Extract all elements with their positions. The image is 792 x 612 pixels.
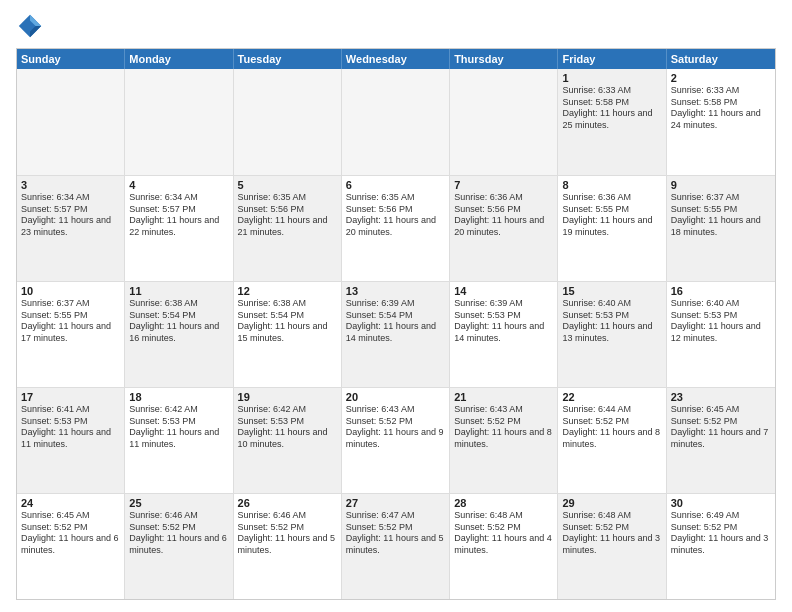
day-number: 10 — [21, 285, 120, 297]
cell-text: Sunrise: 6:34 AM Sunset: 5:57 PM Dayligh… — [129, 192, 228, 239]
cell-text: Sunrise: 6:35 AM Sunset: 5:56 PM Dayligh… — [238, 192, 337, 239]
calendar-cell: 7Sunrise: 6:36 AM Sunset: 5:56 PM Daylig… — [450, 176, 558, 281]
day-number: 13 — [346, 285, 445, 297]
calendar-cell: 18Sunrise: 6:42 AM Sunset: 5:53 PM Dayli… — [125, 388, 233, 493]
calendar-cell: 28Sunrise: 6:48 AM Sunset: 5:52 PM Dayli… — [450, 494, 558, 599]
calendar-cell: 4Sunrise: 6:34 AM Sunset: 5:57 PM Daylig… — [125, 176, 233, 281]
calendar-header-cell: Monday — [125, 49, 233, 69]
day-number: 1 — [562, 72, 661, 84]
cell-text: Sunrise: 6:46 AM Sunset: 5:52 PM Dayligh… — [238, 510, 337, 557]
cell-text: Sunrise: 6:40 AM Sunset: 5:53 PM Dayligh… — [671, 298, 771, 345]
cell-text: Sunrise: 6:48 AM Sunset: 5:52 PM Dayligh… — [454, 510, 553, 557]
day-number: 23 — [671, 391, 771, 403]
calendar-row: 3Sunrise: 6:34 AM Sunset: 5:57 PM Daylig… — [17, 175, 775, 281]
cell-text: Sunrise: 6:45 AM Sunset: 5:52 PM Dayligh… — [671, 404, 771, 451]
calendar-cell: 12Sunrise: 6:38 AM Sunset: 5:54 PM Dayli… — [234, 282, 342, 387]
calendar-cell: 8Sunrise: 6:36 AM Sunset: 5:55 PM Daylig… — [558, 176, 666, 281]
calendar-cell: 10Sunrise: 6:37 AM Sunset: 5:55 PM Dayli… — [17, 282, 125, 387]
calendar-cell: 20Sunrise: 6:43 AM Sunset: 5:52 PM Dayli… — [342, 388, 450, 493]
calendar-cell: 2Sunrise: 6:33 AM Sunset: 5:58 PM Daylig… — [667, 69, 775, 175]
cell-text: Sunrise: 6:37 AM Sunset: 5:55 PM Dayligh… — [21, 298, 120, 345]
cell-text: Sunrise: 6:36 AM Sunset: 5:56 PM Dayligh… — [454, 192, 553, 239]
calendar-cell: 15Sunrise: 6:40 AM Sunset: 5:53 PM Dayli… — [558, 282, 666, 387]
cell-text: Sunrise: 6:44 AM Sunset: 5:52 PM Dayligh… — [562, 404, 661, 451]
day-number: 25 — [129, 497, 228, 509]
logo-icon — [16, 12, 44, 40]
cell-text: Sunrise: 6:41 AM Sunset: 5:53 PM Dayligh… — [21, 404, 120, 451]
calendar-cell: 24Sunrise: 6:45 AM Sunset: 5:52 PM Dayli… — [17, 494, 125, 599]
cell-text: Sunrise: 6:34 AM Sunset: 5:57 PM Dayligh… — [21, 192, 120, 239]
day-number: 16 — [671, 285, 771, 297]
day-number: 17 — [21, 391, 120, 403]
day-number: 3 — [21, 179, 120, 191]
calendar-cell: 27Sunrise: 6:47 AM Sunset: 5:52 PM Dayli… — [342, 494, 450, 599]
cell-text: Sunrise: 6:47 AM Sunset: 5:52 PM Dayligh… — [346, 510, 445, 557]
calendar-cell: 23Sunrise: 6:45 AM Sunset: 5:52 PM Dayli… — [667, 388, 775, 493]
cell-text: Sunrise: 6:39 AM Sunset: 5:54 PM Dayligh… — [346, 298, 445, 345]
cell-text: Sunrise: 6:49 AM Sunset: 5:52 PM Dayligh… — [671, 510, 771, 557]
calendar-cell: 19Sunrise: 6:42 AM Sunset: 5:53 PM Dayli… — [234, 388, 342, 493]
cell-text: Sunrise: 6:33 AM Sunset: 5:58 PM Dayligh… — [562, 85, 661, 132]
calendar-cell: 5Sunrise: 6:35 AM Sunset: 5:56 PM Daylig… — [234, 176, 342, 281]
cell-text: Sunrise: 6:46 AM Sunset: 5:52 PM Dayligh… — [129, 510, 228, 557]
day-number: 20 — [346, 391, 445, 403]
calendar-cell: 11Sunrise: 6:38 AM Sunset: 5:54 PM Dayli… — [125, 282, 233, 387]
calendar-header: SundayMondayTuesdayWednesdayThursdayFrid… — [17, 49, 775, 69]
day-number: 30 — [671, 497, 771, 509]
day-number: 5 — [238, 179, 337, 191]
calendar-cell — [125, 69, 233, 175]
cell-text: Sunrise: 6:40 AM Sunset: 5:53 PM Dayligh… — [562, 298, 661, 345]
day-number: 27 — [346, 497, 445, 509]
calendar-header-cell: Thursday — [450, 49, 558, 69]
cell-text: Sunrise: 6:35 AM Sunset: 5:56 PM Dayligh… — [346, 192, 445, 239]
cell-text: Sunrise: 6:38 AM Sunset: 5:54 PM Dayligh… — [129, 298, 228, 345]
calendar-cell: 3Sunrise: 6:34 AM Sunset: 5:57 PM Daylig… — [17, 176, 125, 281]
cell-text: Sunrise: 6:39 AM Sunset: 5:53 PM Dayligh… — [454, 298, 553, 345]
calendar-header-cell: Tuesday — [234, 49, 342, 69]
day-number: 4 — [129, 179, 228, 191]
calendar-cell — [234, 69, 342, 175]
cell-text: Sunrise: 6:38 AM Sunset: 5:54 PM Dayligh… — [238, 298, 337, 345]
cell-text: Sunrise: 6:43 AM Sunset: 5:52 PM Dayligh… — [454, 404, 553, 451]
day-number: 11 — [129, 285, 228, 297]
cell-text: Sunrise: 6:37 AM Sunset: 5:55 PM Dayligh… — [671, 192, 771, 239]
cell-text: Sunrise: 6:45 AM Sunset: 5:52 PM Dayligh… — [21, 510, 120, 557]
calendar-cell: 29Sunrise: 6:48 AM Sunset: 5:52 PM Dayli… — [558, 494, 666, 599]
logo — [16, 12, 48, 40]
calendar-cell: 25Sunrise: 6:46 AM Sunset: 5:52 PM Dayli… — [125, 494, 233, 599]
calendar-cell: 14Sunrise: 6:39 AM Sunset: 5:53 PM Dayli… — [450, 282, 558, 387]
day-number: 24 — [21, 497, 120, 509]
day-number: 12 — [238, 285, 337, 297]
calendar-cell: 21Sunrise: 6:43 AM Sunset: 5:52 PM Dayli… — [450, 388, 558, 493]
calendar-body: 1Sunrise: 6:33 AM Sunset: 5:58 PM Daylig… — [17, 69, 775, 599]
calendar-header-cell: Wednesday — [342, 49, 450, 69]
cell-text: Sunrise: 6:48 AM Sunset: 5:52 PM Dayligh… — [562, 510, 661, 557]
calendar-cell: 9Sunrise: 6:37 AM Sunset: 5:55 PM Daylig… — [667, 176, 775, 281]
calendar-row: 1Sunrise: 6:33 AM Sunset: 5:58 PM Daylig… — [17, 69, 775, 175]
calendar-header-cell: Friday — [558, 49, 666, 69]
cell-text: Sunrise: 6:33 AM Sunset: 5:58 PM Dayligh… — [671, 85, 771, 132]
day-number: 18 — [129, 391, 228, 403]
day-number: 8 — [562, 179, 661, 191]
calendar-cell — [342, 69, 450, 175]
calendar: SundayMondayTuesdayWednesdayThursdayFrid… — [16, 48, 776, 600]
calendar-cell: 1Sunrise: 6:33 AM Sunset: 5:58 PM Daylig… — [558, 69, 666, 175]
day-number: 19 — [238, 391, 337, 403]
calendar-cell — [450, 69, 558, 175]
day-number: 2 — [671, 72, 771, 84]
cell-text: Sunrise: 6:43 AM Sunset: 5:52 PM Dayligh… — [346, 404, 445, 451]
day-number: 21 — [454, 391, 553, 403]
day-number: 6 — [346, 179, 445, 191]
cell-text: Sunrise: 6:42 AM Sunset: 5:53 PM Dayligh… — [238, 404, 337, 451]
header — [16, 12, 776, 40]
calendar-cell — [17, 69, 125, 175]
day-number: 22 — [562, 391, 661, 403]
calendar-cell: 22Sunrise: 6:44 AM Sunset: 5:52 PM Dayli… — [558, 388, 666, 493]
day-number: 14 — [454, 285, 553, 297]
cell-text: Sunrise: 6:42 AM Sunset: 5:53 PM Dayligh… — [129, 404, 228, 451]
calendar-cell: 6Sunrise: 6:35 AM Sunset: 5:56 PM Daylig… — [342, 176, 450, 281]
calendar-row: 17Sunrise: 6:41 AM Sunset: 5:53 PM Dayli… — [17, 387, 775, 493]
calendar-cell: 26Sunrise: 6:46 AM Sunset: 5:52 PM Dayli… — [234, 494, 342, 599]
calendar-header-cell: Sunday — [17, 49, 125, 69]
day-number: 29 — [562, 497, 661, 509]
